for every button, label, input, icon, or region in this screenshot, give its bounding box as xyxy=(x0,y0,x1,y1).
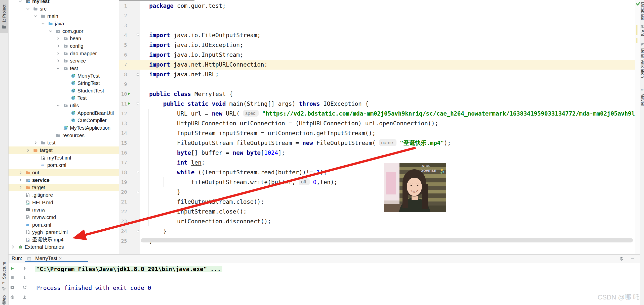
expanded-chevron-icon[interactable] xyxy=(56,103,60,108)
expanded-chevron-icon[interactable] xyxy=(41,21,45,26)
tree-row[interactable]: myTest.iml xyxy=(8,154,119,162)
tree-row[interactable]: test xyxy=(8,139,119,146)
tree-row[interactable]: java xyxy=(8,20,119,27)
expanded-chevron-icon[interactable] xyxy=(48,29,53,33)
warning-stripe-mark[interactable] xyxy=(636,38,637,43)
collapsed-chevron-icon[interactable] xyxy=(18,185,23,190)
tree-row[interactable]: main xyxy=(8,12,119,20)
tree-row[interactable]: CMyTestApplication xyxy=(8,124,119,132)
fold-marker-icon[interactable] xyxy=(136,33,140,37)
code-line[interactable]: 15 FileOutputStream fileOutputStream = n… xyxy=(119,138,635,148)
up-icon[interactable] xyxy=(22,266,27,271)
collapsed-chevron-icon[interactable] xyxy=(56,59,60,63)
warning-stripe-mark[interactable] xyxy=(636,25,637,35)
code-line[interactable]: 16 byte[] buffer = new byte[1024]; xyxy=(119,148,635,158)
tree-row[interactable]: target xyxy=(8,146,119,154)
collapsed-chevron-icon[interactable] xyxy=(56,36,60,41)
code-line[interactable]: 18 while ((len=inputStream.read(buffer))… xyxy=(119,168,635,177)
project-toolwindow-button[interactable]: 1: Project xyxy=(0,0,8,33)
run-tab-label[interactable]: MerryTest xyxy=(35,256,57,261)
code-line[interactable]: 21 fileOutputStream.close(); xyxy=(119,197,635,207)
down-icon[interactable] xyxy=(22,275,27,280)
expanded-chevron-icon[interactable] xyxy=(33,14,38,18)
console-minimize-icon[interactable] xyxy=(630,257,634,261)
tree-row[interactable]: CAppendBeanUtil xyxy=(8,109,119,117)
tree-row[interactable]: dao.mapper xyxy=(8,50,119,57)
toolwindow-button-database[interactable]: Database xyxy=(640,2,644,20)
tree-row[interactable]: src xyxy=(8,5,119,13)
tree-row[interactable]: CCusCompiler xyxy=(8,117,119,124)
fold-marker-icon[interactable] xyxy=(136,170,140,174)
tree-row[interactable]: CStringTest xyxy=(8,79,119,87)
tree-row[interactable]: yygh_parent.iml xyxy=(8,228,119,236)
tree-row[interactable]: service xyxy=(8,57,119,65)
code-line[interactable]: 8import java.net.URL; xyxy=(119,70,635,79)
toolwindow-button-maven[interactable]: Maven xyxy=(640,93,644,106)
tree-row[interactable]: CMerryTest xyxy=(8,72,119,80)
tree-row[interactable]: External Libraries xyxy=(8,243,119,251)
collapsed-chevron-icon[interactable] xyxy=(26,148,30,152)
structure-toolwindow-label[interactable]: 7: Structure xyxy=(2,246,7,284)
fold-marker-icon[interactable] xyxy=(136,229,140,233)
code-line[interactable]: 24 } xyxy=(119,226,635,236)
expanded-chevron-icon[interactable] xyxy=(26,7,30,11)
camera-icon[interactable] xyxy=(10,285,15,289)
code-line[interactable]: 2 xyxy=(119,11,635,21)
code-line[interactable]: 13 HttpURLConnection urlConnection = (Ht… xyxy=(119,119,635,128)
tree-row[interactable]: bean xyxy=(8,35,119,42)
code-line[interactable]: 12 URL url = new URL( spec: "https://vd2… xyxy=(119,109,635,119)
fold-marker-icon[interactable] xyxy=(136,190,140,194)
editor-error-stripe[interactable] xyxy=(635,0,640,254)
globe-icon[interactable] xyxy=(2,300,6,305)
scroll-end-icon[interactable] xyxy=(22,295,27,299)
code-line[interactable]: 19 fileOutputStream.write(buffer, off: 0… xyxy=(119,177,635,187)
tree-row[interactable]: service xyxy=(8,176,119,184)
fold-marker-icon[interactable] xyxy=(136,102,140,106)
collapsed-chevron-icon[interactable] xyxy=(33,140,38,145)
console-command-line[interactable]: "C:\Program Files\Java\jdk1.8.0_291\bin\… xyxy=(35,266,222,272)
tab-close-icon[interactable]: × xyxy=(59,256,62,261)
code-line[interactable]: 10public class MerryTest { xyxy=(119,89,635,99)
structure-icon[interactable] xyxy=(2,286,6,291)
editor-horizontal-scrollbar[interactable] xyxy=(141,238,633,242)
tree-row[interactable]: test xyxy=(8,65,119,72)
tree-row[interactable]: resources xyxy=(8,132,119,139)
tree-row[interactable]: utils xyxy=(8,102,119,109)
code-line[interactable]: 22 inputStream.close(); xyxy=(119,207,635,217)
tree-row[interactable]: target xyxy=(8,184,119,191)
code-line[interactable]: 1package com.guor.test; xyxy=(119,1,635,11)
tree-row[interactable]: CStudentTest xyxy=(8,87,119,94)
tree-row[interactable]: ?圣诞快乐.mp4 xyxy=(8,236,119,243)
collapsed-chevron-icon[interactable] xyxy=(56,51,60,56)
fold-marker-icon[interactable] xyxy=(136,72,140,76)
collapsed-chevron-icon[interactable] xyxy=(56,44,60,48)
code-line[interactable]: 14 InputStream inputStream = urlConnecti… xyxy=(119,128,635,138)
tree-row[interactable]: CTest xyxy=(8,94,119,102)
tree-row[interactable]: myTest xyxy=(8,0,119,5)
expanded-chevron-icon[interactable] xyxy=(18,0,23,4)
tree-row[interactable]: mpom.xml xyxy=(8,161,119,169)
rerun-icon[interactable] xyxy=(10,266,15,271)
tree-row[interactable]: config xyxy=(8,42,119,50)
tree-row[interactable]: com.guor xyxy=(8,27,119,35)
code-line[interactable]: 11 public static void main(String[] args… xyxy=(119,99,635,109)
collapsed-chevron-icon[interactable] xyxy=(11,245,15,249)
run-gutter-icon[interactable] xyxy=(127,92,131,96)
restore-layout-icon[interactable] xyxy=(22,285,27,289)
tree-row[interactable]: MDHELP.md xyxy=(8,199,119,206)
tree-row[interactable]: mvnw xyxy=(8,206,119,214)
code-line[interactable]: 4import java.io.FileOutputStream; xyxy=(119,30,635,40)
code-line[interactable]: 20 } xyxy=(119,187,635,197)
code-line[interactable]: 6import java.io.InputStream; xyxy=(119,50,635,60)
code-line[interactable]: 23 urlConnection.disconnect(); xyxy=(119,217,635,226)
tree-row[interactable]: mpom.xml xyxy=(8,221,119,229)
toolwindow-button-bean-validation[interactable]: Bean Validation xyxy=(640,48,644,78)
expanded-chevron-icon[interactable] xyxy=(56,66,60,71)
run-gutter-icon[interactable] xyxy=(127,102,131,106)
code-line[interactable]: 5import java.io.IOException; xyxy=(119,40,635,50)
tree-row[interactable]: .gitignore xyxy=(8,191,119,199)
collapsed-chevron-icon[interactable] xyxy=(18,170,23,175)
settings-icon[interactable] xyxy=(10,295,15,299)
code-line[interactable]: 9 xyxy=(119,79,635,89)
code-line[interactable]: 3 xyxy=(119,21,635,30)
